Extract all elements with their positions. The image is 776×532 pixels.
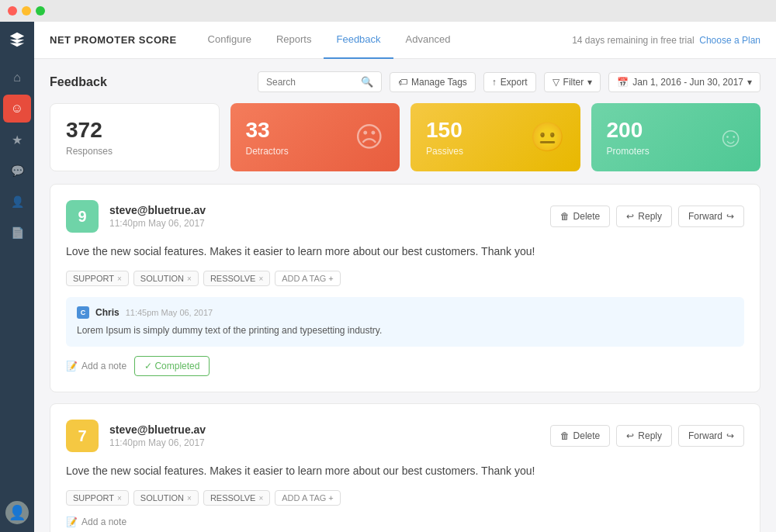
tag-icon: 🏷 [398,77,407,88]
add-note-button-2[interactable]: 📝 Add a note [66,516,126,527]
reply-icon: ↩ [626,211,634,222]
sidebar: ⌂ ☺ ★ 💬 👤 📄 👤 [0,22,34,532]
trash-icon-2: 🗑 [560,430,570,441]
reply-author-icon: C [77,306,89,319]
add-tag-button-2[interactable]: ADD A TAG + [275,490,341,506]
export-icon: ↑ [492,77,497,88]
sidebar-item-chat[interactable]: 💬 [3,157,31,185]
emoji-icon: ☺ [11,102,23,116]
title-bar [0,0,776,22]
tab-configure[interactable]: Configure [196,22,264,59]
search-input[interactable] [266,77,356,88]
user-icon: 👤 [11,195,24,208]
note-icon: 📝 [66,361,78,371]
remove-tag-solution-2[interactable]: × [187,494,192,503]
card-actions-1: 🗑 Delete ↩ Reply Forward ↪ [550,206,744,227]
home-icon: ⌂ [13,71,21,85]
reply-button-2[interactable]: ↩ Reply [616,425,672,447]
calendar-icon: 📅 [617,77,629,88]
sidebar-item-home[interactable]: ⌂ [3,64,31,92]
score-badge-1: 9 [66,200,99,233]
happy-face-icon: ☺ [716,121,745,154]
reply-text: Lorem Ipsum is simply dummy text of the … [77,323,733,337]
remove-tag-solution-1[interactable]: × [187,275,192,283]
sidebar-item-user[interactable]: 👤 [3,188,31,216]
tag-ressolve-1: RESSOLVE × [203,271,270,286]
user-time-2: 11:40pm May 06, 2017 [109,437,550,448]
tags-row-2: SUPPORT × SOLUTION × RESSOLVE × ADD A TA… [66,490,744,506]
add-note-button-1[interactable]: 📝 Add a note [66,361,126,371]
stat-number-passives: 150 [426,118,463,143]
user-email-1: steve@bluetrue.av [109,204,550,216]
sidebar-item-emoji[interactable]: ☺ [3,95,31,123]
stats-row: 372 Responses 33 Detractors ☹ 150 Passiv… [50,103,760,171]
content-area: Feedback 🔍 🏷 Manage Tags ↑ Export ▽ Filt… [34,59,776,532]
stat-info: 33 Detractors [246,118,289,157]
feedback-text-2: Love the new social features. Makes it e… [66,463,744,479]
stat-detractors: 33 Detractors ☹ [230,103,400,171]
date-range-button[interactable]: 📅 Jan 1, 2016 - Jun 30, 2017 ▾ [608,72,760,92]
stat-number-promoters: 200 [607,118,650,143]
reply-header-1: C Chris 11:45pm May 06, 2017 [77,306,733,319]
delete-button-2[interactable]: 🗑 Delete [550,425,611,447]
feedback-item-1: 9 steve@bluetrue.av 11:40pm May 06, 2017… [50,184,760,392]
avatar[interactable]: 👤 [5,501,29,524]
user-time-1: 11:40pm May 06, 2017 [109,218,550,229]
remove-tag-ressolve-2[interactable]: × [258,494,263,503]
reply-author: Chris [95,307,120,318]
score-badge-2: 7 [66,420,99,452]
reply-time: 11:45pm May 06, 2017 [126,308,213,317]
trial-info: 14 days remaining in free trial Choose a… [572,35,760,46]
forward-icon-2: ↪ [726,430,734,441]
sidebar-item-doc[interactable]: 📄 [3,219,31,247]
main-content: NET PROMOTER SCORE Configure Reports Fee… [34,22,776,532]
stat-promoters: 200 Promoters ☺ [591,103,761,171]
sidebar-logo[interactable] [5,28,29,51]
user-email-2: steve@bluetrue.av [109,423,550,436]
stat-label-passives: Passives [426,146,463,157]
star-icon: ★ [12,133,23,147]
delete-button-1[interactable]: 🗑 Delete [550,206,611,227]
card-footer-2: 📝 Add a note [66,516,744,527]
feedback-card-2-header: 7 steve@bluetrue.av 11:40pm May 06, 2017… [66,420,744,452]
forward-button-1[interactable]: Forward ↪ [678,206,744,227]
reply-section-1: C Chris 11:45pm May 06, 2017 Lorem Ipsum… [66,297,744,347]
reply-icon-2: ↩ [626,430,634,441]
sidebar-nav: ⌂ ☺ ★ 💬 👤 📄 [3,64,31,501]
close-button[interactable] [8,6,17,16]
completed-button-1[interactable]: ✓ Completed [134,356,210,376]
remove-tag-ressolve-1[interactable]: × [258,275,263,283]
feedback-item-2: 7 steve@bluetrue.av 11:40pm May 06, 2017… [50,403,760,532]
tab-feedback[interactable]: Feedback [324,22,393,59]
filter-button[interactable]: ▽ Filter ▾ [544,72,601,92]
remove-tag-support-1[interactable]: × [117,275,122,283]
stat-info: 372 Responses [66,118,113,157]
forward-button-2[interactable]: Forward ↪ [678,425,744,447]
stat-info: 150 Passives [426,118,463,157]
card-footer-1: 📝 Add a note ✓ Completed [66,356,744,376]
tag-support-1: SUPPORT × [66,271,129,286]
stat-label-responses: Responses [66,146,113,157]
sidebar-item-star[interactable]: ★ [3,126,31,154]
forward-icon: ↪ [726,211,734,222]
add-tag-button-1[interactable]: ADD A TAG + [275,271,341,286]
search-box[interactable]: 🔍 [258,71,382,92]
manage-tags-button[interactable]: 🏷 Manage Tags [390,72,476,92]
stat-label-promoters: Promoters [607,146,650,157]
feedback-header: Feedback 🔍 🏷 Manage Tags ↑ Export ▽ Filt… [50,71,760,92]
chat-icon: 💬 [11,164,24,177]
feedback-card-1-header: 9 steve@bluetrue.av 11:40pm May 06, 2017… [66,200,744,233]
minimize-button[interactable] [22,6,31,16]
tab-advanced[interactable]: Advanced [393,22,463,59]
neutral-face-icon: 😐 [530,121,565,154]
tag-solution-2: SOLUTION × [133,490,199,506]
tab-reports[interactable]: Reports [264,22,324,59]
export-button[interactable]: ↑ Export [483,72,536,92]
stat-responses: 372 Responses [50,103,220,171]
remove-tag-support-2[interactable]: × [117,494,122,503]
choose-plan-link[interactable]: Choose a Plan [699,35,760,46]
doc-icon: 📄 [11,226,24,239]
top-nav: NET PROMOTER SCORE Configure Reports Fee… [34,22,776,59]
maximize-button[interactable] [36,6,45,16]
reply-button-1[interactable]: ↩ Reply [616,206,672,227]
